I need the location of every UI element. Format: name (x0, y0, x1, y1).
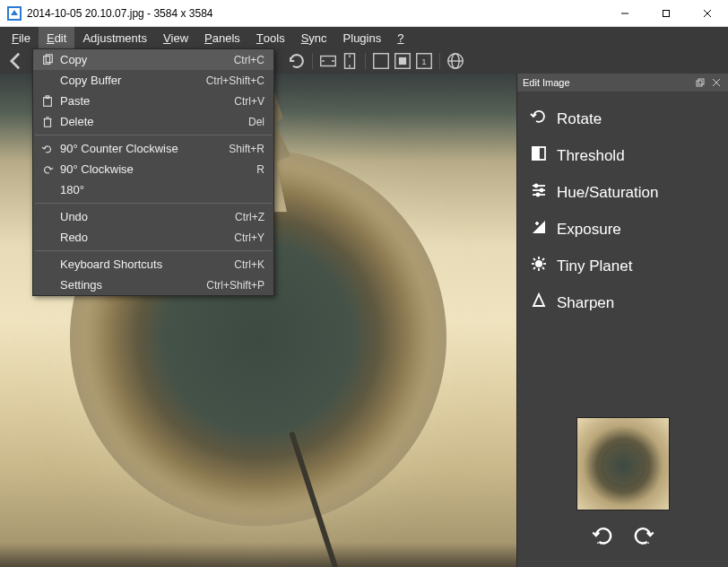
menu-sync[interactable]: Sync (293, 27, 335, 48)
fit-width-icon[interactable] (318, 51, 338, 71)
menu-item-90-clockwise[interactable]: 90° ClockwiseR (33, 159, 273, 179)
actual-size-icon[interactable] (393, 51, 412, 71)
op-hue-saturation[interactable]: Hue/Saturation (524, 174, 721, 211)
minimize-button[interactable] (604, 0, 646, 27)
exposure-icon (530, 218, 548, 240)
menu-item-label: Redo (56, 231, 234, 244)
menu-item-label: Settings (56, 278, 206, 292)
svg-line-42 (542, 267, 544, 269)
globe-icon[interactable] (446, 51, 465, 71)
refresh-icon[interactable] (287, 51, 307, 71)
panel-header: Edit Image (517, 74, 728, 92)
op-tiny-planet[interactable]: Tiny Planet (524, 248, 721, 284)
menu-item-copy[interactable]: CopyCtrl+C (33, 49, 273, 70)
menu-item-label: Paste (56, 94, 234, 108)
rotccw-icon (39, 143, 56, 155)
edit-image-panel: Edit Image RotateThresholdHue/Saturation… (516, 74, 728, 567)
svg-rect-27 (533, 147, 539, 160)
fit-height-icon[interactable] (340, 51, 360, 71)
panel-body: RotateThresholdHue/SaturationExposureTin… (517, 92, 728, 408)
menu-item-copy-buffer[interactable]: Copy BufferCtrl+Shift+C (33, 70, 273, 91)
rotate-icon (530, 108, 548, 130)
sharpen-icon (530, 292, 548, 314)
op-rotate[interactable]: Rotate (524, 100, 721, 137)
menu-item-label: Undo (56, 210, 235, 223)
window-title: 2014-10-05 20.10.07.jpg - 3584 x 3584 (27, 7, 604, 20)
menu-item-shortcut: Ctrl+Y (234, 231, 264, 244)
preview-thumbnail[interactable] (576, 417, 670, 510)
op-sharpen[interactable]: Sharpen (524, 284, 721, 321)
op-label: Tiny Planet (557, 257, 632, 275)
menu-item-paste[interactable]: PasteCtrl+V (33, 91, 273, 111)
svg-rect-19 (45, 118, 51, 126)
menu-panels[interactable]: Panels (196, 27, 248, 48)
rotcw-icon (39, 163, 56, 176)
window-titlebar: 2014-10-05 20.10.07.jpg - 3584 x 3584 (0, 0, 728, 27)
menu-item-label: Delete (56, 115, 248, 128)
menu-item-shortcut: Ctrl+C (234, 54, 264, 66)
svg-rect-2 (663, 10, 670, 16)
svg-rect-23 (698, 79, 704, 84)
svg-line-44 (533, 267, 535, 269)
svg-rect-7 (374, 54, 389, 69)
svg-text:1: 1 (421, 57, 426, 66)
menu-item-shortcut: Del (248, 116, 264, 128)
menu-edit[interactable]: Edit (39, 27, 74, 48)
back-button[interactable] (5, 51, 25, 71)
op-label: Exposure (557, 221, 621, 239)
menu-item-label: Copy (56, 53, 234, 66)
panel-title: Edit Image (523, 77, 570, 88)
menu-item-shortcut: Ctrl+Shift+C (206, 74, 264, 87)
menu-adjustments[interactable]: Adjustments (74, 27, 155, 48)
svg-rect-22 (697, 81, 702, 86)
menu-tools[interactable]: Tools (248, 27, 293, 48)
op-threshold[interactable]: Threshold (524, 137, 721, 174)
panel-undock-icon[interactable] (694, 77, 706, 88)
menu-item-shortcut: Ctrl+K (234, 258, 264, 271)
menu-item-180-[interactable]: 180° (33, 179, 273, 200)
maximize-button[interactable] (646, 0, 687, 27)
menu-item-delete[interactable]: DeleteDel (33, 111, 273, 132)
svg-rect-9 (399, 57, 406, 65)
menu-item-shortcut: Ctrl+Shift+P (206, 279, 264, 292)
svg-point-36 (535, 260, 542, 267)
menu-?[interactable]: ? (389, 27, 412, 48)
delete-icon (39, 116, 56, 128)
paste-icon (39, 95, 56, 108)
menu-file[interactable]: File (4, 27, 39, 48)
menu-item-90-counter-clockwise[interactable]: 90° Counter ClockwiseShift+R (33, 138, 273, 159)
rotate-ccw-button[interactable] (591, 523, 616, 551)
menu-item-settings[interactable]: SettingsCtrl+Shift+P (33, 275, 273, 295)
op-label: Hue/Saturation (557, 184, 658, 202)
menu-plugins[interactable]: Plugins (335, 27, 390, 48)
toolbar-separator (365, 53, 366, 69)
window-buttons (604, 0, 728, 27)
planet-icon (530, 255, 548, 277)
menu-item-keyboard-shortcuts[interactable]: Keyboard ShortcutsCtrl+K (33, 254, 273, 275)
menu-item-redo[interactable]: RedoCtrl+Y (33, 227, 273, 248)
svg-point-33 (537, 194, 540, 196)
op-label: Sharpen (557, 294, 614, 312)
op-label: Rotate (557, 110, 602, 128)
menu-item-label: 180° (56, 183, 264, 196)
menu-item-shortcut: Ctrl+Z (235, 211, 264, 223)
menu-view[interactable]: View (155, 27, 196, 48)
svg-line-41 (533, 258, 535, 260)
fullscreen-icon[interactable] (371, 51, 391, 71)
svg-point-31 (535, 185, 538, 188)
threshold-icon (530, 144, 548, 167)
menu-item-shortcut: Shift+R (229, 143, 264, 155)
copy-icon (39, 54, 56, 66)
close-button[interactable] (687, 0, 728, 27)
edit-menu-dropdown: CopyCtrl+CCopy BufferCtrl+Shift+CPasteCt… (32, 48, 274, 296)
menu-item-label: 90° Clockwise (56, 162, 256, 176)
menubar: FileEditAdjustmentsViewPanelsToolsSyncPl… (0, 27, 728, 48)
onetoone-icon[interactable]: 1 (414, 51, 434, 71)
menu-item-label: 90° Counter Clockwise (56, 142, 229, 155)
menu-item-undo[interactable]: UndoCtrl+Z (33, 206, 273, 227)
menu-item-shortcut: Ctrl+V (234, 95, 264, 108)
rotate-cw-button[interactable] (630, 523, 655, 551)
panel-close-icon[interactable] (710, 77, 723, 88)
op-exposure[interactable]: Exposure (524, 211, 721, 248)
toolbar-separator (312, 53, 313, 69)
